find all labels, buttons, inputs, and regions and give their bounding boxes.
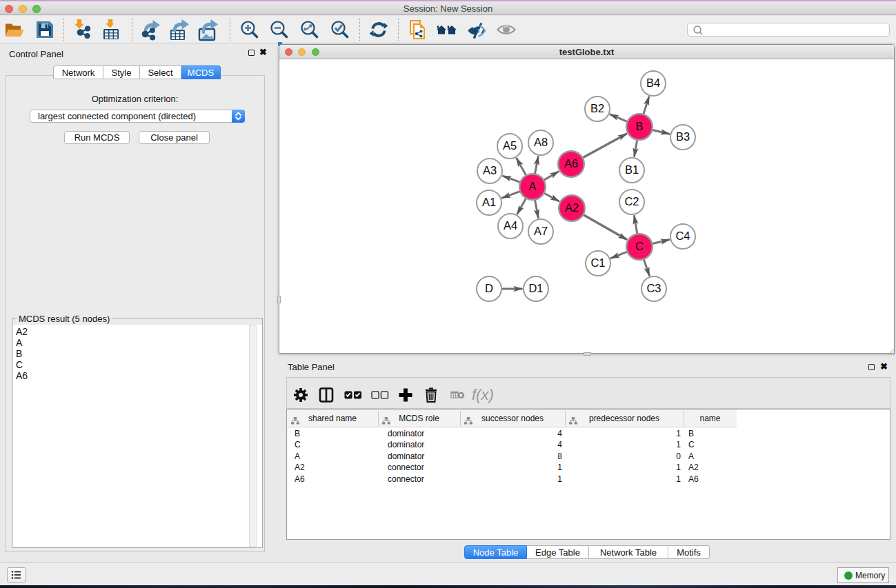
svg-text:A8: A8 (534, 136, 548, 148)
svg-text:B2: B2 (590, 102, 604, 114)
svg-text:A4: A4 (504, 219, 517, 232)
svg-text:A6: A6 (564, 157, 578, 170)
svg-text:A5: A5 (503, 139, 517, 152)
svg-text:B1: B1 (625, 163, 639, 176)
svg-text:C4: C4 (675, 230, 690, 242)
svg-text:B3: B3 (676, 130, 690, 143)
svg-text:C2: C2 (624, 195, 639, 207)
svg-text:A: A (528, 180, 536, 192)
svg-text:A2: A2 (565, 201, 579, 214)
svg-text:D1: D1 (528, 282, 543, 294)
svg-text:A1: A1 (482, 196, 496, 208)
svg-text:C3: C3 (646, 282, 661, 294)
svg-text:C: C (635, 240, 644, 252)
svg-text:D: D (485, 282, 493, 294)
svg-text:f(x): f(x) (472, 386, 494, 403)
svg-text:C1: C1 (590, 256, 605, 269)
svg-text:A7: A7 (534, 225, 548, 237)
svg-text:B: B (635, 120, 643, 132)
svg-text:B4: B4 (646, 77, 660, 89)
svg-text:A3: A3 (483, 164, 497, 176)
